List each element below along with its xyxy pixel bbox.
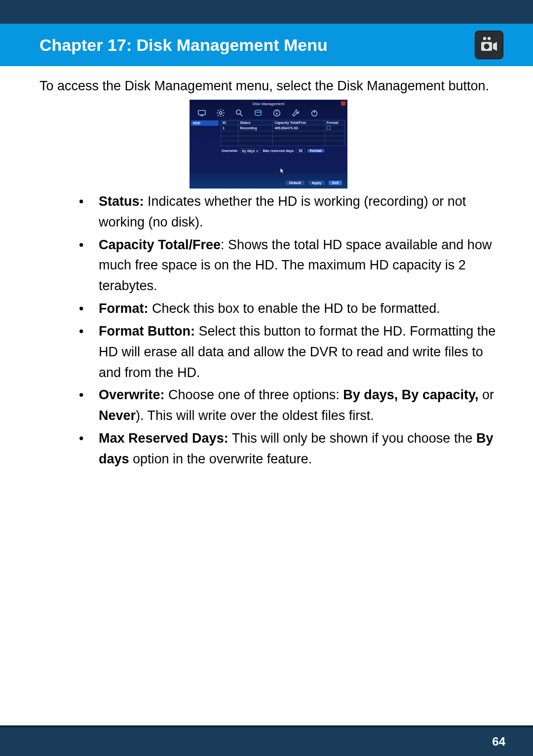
cell-capacity: 499.8G/473.3G	[273, 125, 325, 131]
format-checkbox	[327, 126, 331, 130]
close-icon	[341, 101, 345, 106]
display-icon	[197, 108, 207, 118]
top-bar	[0, 0, 533, 24]
bullet-text: This will only be shown if you choose th…	[228, 431, 476, 446]
col-status: Status	[238, 120, 273, 125]
svg-point-15	[236, 110, 241, 114]
search-icon	[234, 108, 244, 118]
svg-rect-4	[198, 110, 205, 114]
info-icon	[272, 108, 282, 118]
bullet-label: Max Reserved Days:	[99, 431, 228, 446]
svg-rect-20	[276, 111, 277, 112]
screenshot-sidebar: HDD	[190, 120, 219, 188]
svg-line-16	[240, 114, 243, 116]
col-id: ID	[221, 120, 238, 125]
embedded-screenshot: Disk Management HDD ID Status Capacity	[190, 100, 347, 189]
list-item: Max Reserved Days: This will only be sho…	[79, 428, 497, 470]
cell-status: Recording	[238, 125, 273, 131]
overwrite-select: by days	[240, 149, 260, 153]
overwrite-controls: Overwrite by days Max reserved days 30 F…	[221, 146, 345, 154]
intro-text: To access the Disk Management menu, sele…	[39, 76, 497, 97]
cell-id: 1	[221, 125, 238, 131]
screenshot-title: Disk Management	[190, 100, 347, 107]
page-footer: 64	[0, 725, 533, 756]
svg-line-14	[223, 110, 224, 111]
bullet-text: Indicates whether the HD is working (rec…	[99, 194, 466, 229]
cell-format	[325, 125, 344, 131]
bullet-label: Capacity Total/Free	[99, 237, 221, 252]
bullet-list: Status: Indicates whether the HD is work…	[39, 191, 497, 470]
svg-line-11	[218, 110, 219, 111]
disk-icon	[253, 108, 263, 118]
bullet-label: Overwrite:	[99, 387, 165, 402]
max-days-label: Max reserved days	[263, 149, 294, 152]
bullet-text: Check this box to enable the HD to be fo…	[149, 301, 440, 316]
exit-button: Exit	[329, 181, 342, 185]
col-capacity: Capacity Total/Free	[273, 120, 325, 125]
bullet-text: Choose one of three options:	[165, 387, 343, 402]
svg-point-17	[255, 110, 262, 112]
bullet-label: Status:	[99, 194, 144, 209]
list-item: Format: Check this box to enable the HD …	[79, 299, 497, 319]
list-item: Overwrite: Choose one of three options: …	[79, 385, 497, 426]
svg-point-1	[488, 37, 491, 40]
cursor-icon	[280, 168, 285, 175]
bullet-bold: Never	[99, 408, 136, 423]
disk-table: ID Status Capacity Total/Free Format 1 R…	[221, 120, 345, 146]
format-button: Format	[307, 149, 324, 152]
col-format: Format	[325, 120, 344, 125]
svg-rect-5	[200, 115, 203, 116]
sidebar-tab-hdd: HDD	[191, 120, 219, 126]
svg-point-3	[484, 44, 490, 49]
svg-line-12	[223, 115, 224, 116]
bullet-label: Format Button:	[99, 324, 195, 339]
power-icon	[309, 108, 319, 118]
chapter-title: Chapter 17: Disk Management Menu	[39, 36, 328, 55]
svg-line-13	[218, 115, 219, 116]
list-item: Status: Indicates whether the HD is work…	[79, 191, 497, 233]
table-row: 1 Recording 499.8G/473.3G	[221, 125, 345, 131]
screenshot-title-text: Disk Management	[253, 102, 284, 106]
overwrite-label: Overwrite	[222, 149, 237, 152]
page-content: To access the Disk Management menu, sele…	[0, 66, 533, 725]
screenshot-footer: Default Apply Exit	[221, 179, 345, 188]
svg-point-6	[219, 112, 222, 114]
wrench-icon	[291, 108, 301, 118]
bullet-text: or	[478, 387, 494, 402]
svg-point-0	[483, 37, 486, 40]
max-days-value: 30	[296, 149, 305, 153]
camera-icon	[475, 31, 503, 59]
list-item: Format Button: Select this button to for…	[79, 321, 497, 383]
page-number: 64	[492, 735, 505, 749]
bullet-label: Format:	[99, 301, 149, 316]
bullet-text: ). This will write over the oldest files…	[136, 408, 374, 423]
apply-button: Apply	[308, 181, 325, 185]
gear-icon	[216, 108, 226, 118]
screenshot-toolbar	[190, 107, 347, 120]
bullet-bold: By days, By capacity,	[343, 387, 478, 402]
default-button: Default	[286, 181, 305, 185]
list-item: Capacity Total/Free: Shows the total HD …	[79, 235, 497, 297]
bullet-text: option in the overwrite feature.	[129, 452, 312, 466]
chapter-header: Chapter 17: Disk Management Menu	[0, 24, 533, 66]
svg-rect-19	[276, 113, 277, 115]
